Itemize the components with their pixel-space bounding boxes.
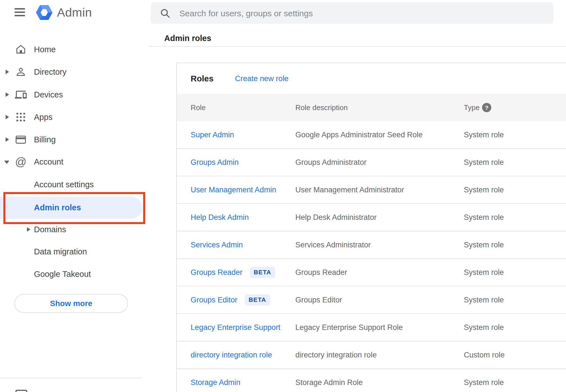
role-description: User Management Administrator: [295, 186, 404, 194]
partial-bottom-icon: [15, 390, 27, 392]
role-link[interactable]: Groups Admin: [191, 158, 239, 167]
table-row: Storage Admin Storage Admin Role System …: [177, 369, 566, 392]
role-description: Legacy Enterprise Support Role: [295, 323, 403, 332]
role-description: Help Desk Administrator: [295, 213, 377, 222]
role-type: Custom role: [464, 351, 505, 359]
sidebar-item-label[interactable]: Domains: [34, 223, 66, 236]
search-input[interactable]: [179, 2, 545, 24]
sidebar-item-account-settings[interactable]: Account settings: [0, 178, 145, 191]
roles-card: Roles Create new role Role Role descript…: [176, 63, 566, 392]
home-icon: [15, 43, 27, 56]
role-type: System role: [464, 241, 504, 249]
sidebar-item-label[interactable]: Home: [34, 43, 56, 56]
table-row: directory integration role directory int…: [177, 341, 566, 369]
sidebar-item-label[interactable]: Data migration: [34, 245, 87, 258]
sidebar-item-label[interactable]: Account settings: [34, 178, 94, 191]
apps-grid-icon: [15, 111, 27, 123]
menu-icon[interactable]: [15, 8, 25, 16]
sidebar-item-label[interactable]: Directory: [34, 66, 67, 78]
search-bar[interactable]: [151, 2, 553, 24]
role-description: directory integration role: [295, 351, 377, 359]
role-link-label[interactable]: Groups Editor: [191, 296, 238, 304]
credit-card-icon: [15, 133, 27, 146]
table-row: User Management Admin User Management Ad…: [177, 176, 566, 204]
expand-arrow-icon[interactable]: [6, 92, 9, 97]
breadcrumb: Admin roles: [164, 34, 211, 43]
sidebar: Admin Home Directory: [0, 0, 145, 392]
red-annotation-box: [3, 192, 145, 224]
role-type: System role: [464, 213, 504, 222]
role-link-label[interactable]: Groups Reader: [191, 268, 243, 277]
sidebar-item-label[interactable]: Account: [34, 156, 63, 168]
column-header-role: Role: [191, 103, 206, 112]
role-description: Groups Reader: [295, 268, 347, 277]
role-link[interactable]: Services Admin: [191, 241, 243, 249]
role-link[interactable]: Storage Admin: [191, 378, 240, 387]
role-description: Groups Editor: [295, 296, 342, 304]
role-type: System role: [464, 186, 504, 194]
sidebar-item-home[interactable]: Home: [0, 43, 145, 56]
table-row: Super Admin Google Apps Administrator Se…: [177, 121, 566, 149]
table-row: Legacy Enterprise Support Legacy Enterpr…: [177, 314, 566, 341]
role-type: System role: [464, 323, 504, 332]
beta-badge: BETA: [245, 294, 270, 306]
sidebar-item-directory[interactable]: Directory: [0, 66, 145, 78]
search-icon[interactable]: [159, 7, 171, 20]
expand-arrow-icon[interactable]: [6, 70, 9, 74]
expand-arrow-icon[interactable]: [27, 227, 30, 232]
role-type: System role: [464, 158, 504, 167]
role-type: System role: [464, 378, 504, 387]
sidebar-item-apps[interactable]: Apps: [0, 111, 145, 123]
role-link[interactable]: Groups Reader BETA: [191, 267, 275, 278]
role-type: System role: [464, 296, 504, 304]
admin-logo[interactable]: Admin: [36, 4, 92, 21]
app-title: Admin: [57, 6, 92, 19]
sidebar-item-label[interactable]: Devices: [34, 88, 63, 101]
column-header-description: Role description: [295, 103, 348, 112]
devices-icon: [15, 88, 27, 101]
help-icon[interactable]: ?: [482, 103, 491, 112]
sidebar-bottom-divider: [0, 378, 142, 378]
sidebar-item-domains[interactable]: Domains: [0, 223, 145, 236]
expand-arrow-icon[interactable]: [6, 137, 9, 142]
card-header: Roles Create new role: [177, 63, 566, 94]
beta-badge: BETA: [250, 267, 275, 278]
role-link[interactable]: Super Admin: [191, 131, 234, 139]
role-type: System role: [464, 268, 504, 277]
role-description: Storage Admin Role: [295, 378, 363, 387]
sidebar-item-google-takeout[interactable]: Google Takeout: [0, 268, 145, 280]
sidebar-item-account[interactable]: @ Account: [0, 156, 145, 168]
sidebar-item-billing[interactable]: Billing: [0, 133, 145, 146]
sidebar-item-label[interactable]: Billing: [34, 133, 56, 146]
table-header-row: Role Role description Type ?: [177, 94, 566, 121]
table-row: Groups Reader BETA Groups Reader System …: [177, 259, 566, 286]
expand-arrow-icon[interactable]: [6, 115, 9, 119]
show-more-button[interactable]: Show more: [14, 294, 128, 313]
at-sign-icon: @: [15, 156, 27, 168]
person-icon: [15, 66, 27, 78]
sidebar-item-devices[interactable]: Devices: [0, 88, 145, 101]
role-type: System role: [464, 131, 504, 139]
role-link[interactable]: Legacy Enterprise Support: [191, 323, 280, 332]
table-row: Groups Admin Groups Administrator System…: [177, 149, 566, 176]
table-row: Help Desk Admin Help Desk Administrator …: [177, 204, 566, 231]
role-description: Services Administrator: [295, 241, 371, 249]
sidebar-item-data-migration[interactable]: Data migration: [0, 245, 145, 258]
role-link[interactable]: User Management Admin: [191, 186, 276, 194]
header-divider: [149, 46, 566, 47]
page-title: Roles: [191, 74, 214, 83]
role-link[interactable]: directory integration role: [191, 351, 272, 359]
role-link[interactable]: Groups Editor BETA: [191, 294, 270, 306]
table-row: Groups Editor BETA Groups Editor System …: [177, 286, 566, 314]
sidebar-item-label[interactable]: Google Takeout: [34, 268, 91, 280]
sidebar-item-label[interactable]: Apps: [34, 111, 53, 123]
table-row: Services Admin Services Administrator Sy…: [177, 231, 566, 259]
admin-console-screen: Admin Home Directory: [0, 0, 566, 392]
create-new-role-link[interactable]: Create new role: [235, 74, 289, 83]
role-description: Groups Administrator: [295, 158, 367, 167]
admin-hexagon-icon: [36, 5, 53, 20]
collapse-arrow-icon[interactable]: [4, 161, 9, 164]
role-description: Google Apps Administrator Seed Role: [295, 131, 423, 139]
role-link[interactable]: Help Desk Admin: [191, 213, 249, 222]
column-header-type: Type: [464, 103, 480, 112]
